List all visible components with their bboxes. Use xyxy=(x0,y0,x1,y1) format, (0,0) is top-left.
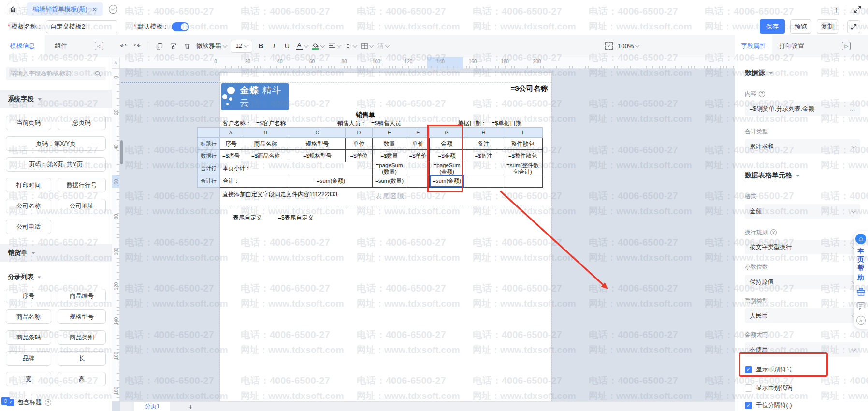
custom-note-field[interactable]: 直接添加自定义字段同走文件内容111222333 xyxy=(222,191,337,199)
underline-button[interactable]: U xyxy=(283,42,291,50)
order-date-field[interactable]: 单据日期：=$单据日期 xyxy=(458,119,521,128)
column-header[interactable]: I xyxy=(503,127,543,138)
document-tab[interactable]: 编辑销货单模板(新) ✕ xyxy=(27,2,103,16)
template-cell[interactable]: =$数量 xyxy=(373,150,406,162)
field-button[interactable]: 宽 xyxy=(6,372,51,386)
decimals-select[interactable]: 保持原值 xyxy=(745,275,860,289)
delete-icon[interactable] xyxy=(182,43,192,50)
field-button[interactable]: 公司地址 xyxy=(58,199,106,213)
field-button[interactable]: 公司电话 xyxy=(6,220,51,234)
field-button[interactable]: 规格型号 xyxy=(58,309,106,324)
section-sales-order[interactable]: 销货单 xyxy=(0,244,112,262)
section-system-fields[interactable]: 系统字段 xyxy=(0,90,112,108)
content-input[interactable]: =$销货单.分录列表.金额… xyxy=(745,102,860,116)
row-header[interactable]: 合计行 xyxy=(197,175,220,188)
row-header[interactable]: 数据行 xyxy=(197,150,220,162)
doc-title-field[interactable]: 销售单 xyxy=(317,111,414,119)
vertical-align-button[interactable] xyxy=(345,43,357,49)
border-button[interactable] xyxy=(361,43,373,49)
collapse-left-panel-button[interactable]: ◁ xyxy=(95,42,103,50)
more-tools-icon[interactable]: » xyxy=(856,316,866,325)
tab-print-settings[interactable]: 打印设置 xyxy=(772,35,811,57)
collapse-up-icon[interactable]: ↑ xyxy=(835,5,839,14)
template-cell[interactable]: 商品名称 xyxy=(242,138,289,150)
font-color-button[interactable]: A xyxy=(296,42,308,50)
zoom-select[interactable]: 100% xyxy=(618,43,639,50)
template-cell[interactable] xyxy=(406,175,430,188)
template-cell[interactable]: =$规格型号 xyxy=(289,150,346,162)
field-button[interactable]: 当前页码 xyxy=(6,116,51,130)
default-template-toggle[interactable] xyxy=(172,22,189,31)
help-icon[interactable]: ? xyxy=(770,229,777,235)
template-cell[interactable]: =$备注 xyxy=(464,150,503,162)
row-header[interactable]: 标题行 xyxy=(197,138,220,150)
company-title-field[interactable]: =$公司名称 xyxy=(498,84,561,93)
search-icon[interactable] xyxy=(95,71,101,77)
template-cell[interactable]: =pageSum(金额) xyxy=(430,162,464,175)
feedback-icon[interactable] xyxy=(856,302,866,310)
italic-button[interactable]: I xyxy=(270,42,278,50)
collapse-right-panel-button[interactable]: ▷ xyxy=(842,42,851,50)
template-cell[interactable]: 序号 xyxy=(220,138,242,150)
amount-caps-select[interactable]: 不使用 xyxy=(745,342,860,357)
duplicate-button[interactable]: 复制 xyxy=(817,19,838,34)
canvas-body[interactable]: 金蝶 精斗云 =$公司名称 销售单 客户名称：=$客户名称 销售人员：=$销售人… xyxy=(120,69,735,401)
more-icon[interactable]: … xyxy=(850,105,856,112)
font-family-select[interactable]: 微软雅黑 xyxy=(196,42,227,50)
template-cell[interactable]: 金额 xyxy=(430,138,464,150)
salesperson-field[interactable]: 销售人员：=$销售人员 xyxy=(337,119,401,128)
field-button[interactable]: 商品条码 xyxy=(6,330,51,345)
datasource-section-title[interactable]: 数据源 xyxy=(745,69,860,77)
template-cell[interactable]: 本页小计： xyxy=(220,162,373,175)
field-button[interactable]: 公司名称 xyxy=(6,199,51,213)
template-cell[interactable] xyxy=(464,175,503,188)
total-type-select[interactable]: 累计求和 xyxy=(745,139,860,154)
save-button[interactable]: 保存 xyxy=(760,19,785,34)
currency-type-select[interactable]: 人民币 xyxy=(745,308,860,323)
fit-to-screen-icon[interactable]: ✓ xyxy=(605,42,613,50)
template-cell[interactable]: =sum(金额) xyxy=(430,175,464,188)
field-button[interactable]: 商品类别 xyxy=(58,330,106,345)
format-painter-icon[interactable] xyxy=(168,43,178,50)
thousands-separator-checkbox[interactable]: ✓ xyxy=(745,402,752,409)
column-header[interactable]: B xyxy=(242,127,289,138)
template-cell[interactable] xyxy=(406,162,430,175)
template-cell[interactable]: =$金额 xyxy=(430,150,464,162)
column-header[interactable]: C xyxy=(289,127,346,138)
template-cell[interactable]: =sum(数量) xyxy=(373,175,406,188)
template-cell[interactable]: 数量 xyxy=(373,138,406,150)
template-cell[interactable]: =pageSum(数量) xyxy=(373,162,406,175)
help-widget[interactable]: ☺ 本页帮助 » xyxy=(854,231,868,329)
close-icon[interactable]: ✕ xyxy=(92,6,97,13)
field-button[interactable]: 长 xyxy=(58,351,106,366)
field-button[interactable]: 商品名称 xyxy=(6,309,51,324)
tab-components[interactable]: 组件 xyxy=(45,35,77,57)
page-tab-1[interactable]: 分页1 xyxy=(134,402,170,411)
template-cell[interactable]: 整件散包 xyxy=(503,138,543,150)
help-avatar-icon[interactable]: ☺ xyxy=(855,234,866,244)
table-corner[interactable] xyxy=(197,127,220,138)
floating-widget-icon[interactable] xyxy=(1,397,10,405)
template-cell[interactable]: =sum(金额) xyxy=(289,175,373,188)
vertical-scrollbar[interactable] xyxy=(120,140,123,164)
field-button[interactable]: 页码：第X页, 共Y页 xyxy=(6,157,106,172)
row-header[interactable]: 合计行 xyxy=(197,162,220,175)
bold-button[interactable]: B xyxy=(257,42,265,50)
column-header[interactable]: H xyxy=(464,127,503,138)
template-name-input[interactable] xyxy=(46,20,117,33)
show-currency-code-checkbox[interactable] xyxy=(745,384,752,392)
show-currency-symbol-checkbox[interactable]: ✓ xyxy=(745,366,752,373)
add-page-button[interactable]: + xyxy=(188,402,193,411)
preview-button[interactable]: 预览 xyxy=(790,19,811,34)
fullscreen-icon[interactable] xyxy=(854,6,861,13)
field-button[interactable]: 品牌 xyxy=(6,351,51,366)
template-cell[interactable] xyxy=(503,175,543,188)
cell-section-title[interactable]: 数据表格单元格 xyxy=(745,171,860,180)
tab-template-info[interactable]: 模板信息 xyxy=(0,35,45,57)
section-entry-list[interactable]: 分录列表 xyxy=(8,273,104,281)
field-button[interactable]: 总页码 xyxy=(58,116,106,130)
template-cell[interactable]: =$单位 xyxy=(346,150,373,162)
clear-format-button[interactable]: 清 xyxy=(377,42,389,50)
search-input[interactable] xyxy=(11,70,92,77)
fill-color-button[interactable] xyxy=(312,43,324,50)
